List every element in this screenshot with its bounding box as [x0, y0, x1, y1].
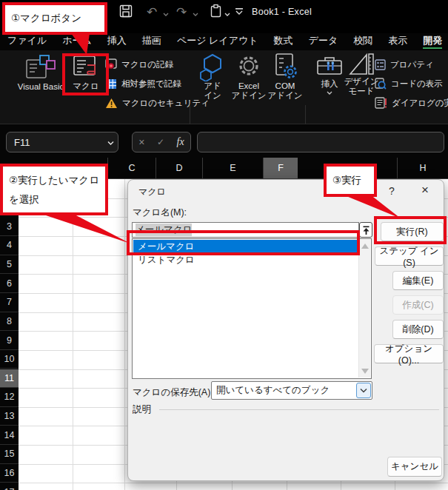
row-header-4[interactable]: 4 — [0, 236, 19, 255]
step-into-button[interactable]: ステップ イン(S) — [375, 246, 444, 266]
row-header-13[interactable]: 13 — [0, 407, 19, 426]
row-header-6[interactable]: 6 — [0, 274, 19, 293]
options-button[interactable]: オプション(O)... — [374, 344, 444, 363]
row-header-17[interactable]: 17 — [0, 483, 19, 490]
row-header-14[interactable]: 14 — [0, 426, 19, 445]
insert-chevron-icon — [327, 91, 332, 95]
addins-label-line2: イン — [204, 91, 221, 101]
description-divider — [159, 409, 439, 410]
tab-developer[interactable]: 開発 — [423, 33, 442, 49]
scroll-up-icon[interactable] — [361, 244, 369, 249]
macro-list-scrollbar[interactable] — [358, 240, 370, 377]
tab-insert[interactable]: 挿入 — [107, 33, 127, 47]
annotation-step2-line1: ②実行したいマクロ — [9, 171, 105, 190]
relative-references-button[interactable]: 相対参照で記録 — [105, 77, 181, 90]
insert-control-label: 挿入 — [321, 79, 338, 89]
properties-button[interactable]: プロパティ — [375, 58, 434, 71]
row-header-7[interactable]: 7 — [0, 293, 19, 312]
row-header-11[interactable]: 11 — [0, 369, 19, 389]
cancel-button[interactable]: キャンセル — [387, 457, 442, 477]
macros-in-combobox[interactable]: 開いているすべてのブック — [211, 381, 372, 400]
name-box-value: F11 — [14, 137, 30, 148]
redo-chevron-icon[interactable] — [193, 13, 198, 17]
paste-chevron-icon[interactable] — [224, 13, 230, 17]
visual-basic-icon — [24, 53, 58, 81]
tab-home[interactable]: ホーム — [62, 33, 92, 47]
macro-list[interactable]: メールマクロ リストマクロ — [132, 238, 372, 379]
row-header-5[interactable]: 5 — [0, 255, 19, 275]
row-header-9[interactable]: 9 — [0, 331, 19, 350]
dialog-close-button[interactable]: × — [421, 183, 429, 198]
excel-addins-button[interactable]: Excel アドイン — [230, 52, 267, 100]
addins-icon — [198, 52, 227, 81]
visual-basic-label: Visual Basic — [18, 82, 64, 92]
properties-icon — [375, 59, 386, 70]
formula-bar: F11 × ✓ fx — [0, 124, 448, 158]
name-box[interactable]: F11 — [6, 132, 118, 152]
tab-file[interactable]: ファイル — [7, 33, 47, 47]
column-header-H[interactable]: H — [397, 158, 448, 178]
addins-label-line1: アド — [204, 81, 221, 91]
com-addins-label-line2: アドイン — [267, 91, 302, 101]
insert-function-icon[interactable]: fx — [177, 136, 184, 148]
insert-control-button[interactable]: 挿入 — [312, 53, 347, 95]
properties-label: プロパティ — [390, 59, 434, 70]
tab-data[interactable]: データ — [309, 33, 338, 47]
run-dialog-label: ダイアログの実行 — [392, 98, 448, 109]
push-up-icon — [363, 226, 370, 235]
run-button-highlight — [374, 216, 447, 244]
column-header-F[interactable]: F — [263, 158, 298, 178]
row-header-10[interactable]: 10 — [0, 350, 19, 369]
row-header-8[interactable]: 8 — [0, 312, 19, 332]
record-macro-button[interactable]: マクロの記録 — [105, 58, 173, 71]
tab-draw[interactable]: 描画 — [142, 33, 161, 47]
row-header-16[interactable]: 16 — [0, 464, 19, 483]
design-mode-label-line2: モード — [348, 87, 374, 96]
view-code-button[interactable]: コードの表示 — [375, 77, 443, 90]
run-dialog-button[interactable]: ダイアログの実行 — [375, 96, 448, 110]
combo-chevron-button[interactable] — [356, 383, 371, 398]
formula-input[interactable] — [197, 132, 444, 152]
column-header-E[interactable]: E — [202, 158, 263, 178]
undo-chevron-icon[interactable] — [163, 13, 169, 17]
excel-addins-label-line1: Excel — [238, 81, 259, 91]
record-macro-label: マクロの記録 — [121, 59, 173, 70]
row-header-3[interactable]: 3 — [0, 217, 19, 236]
cancel-icon[interactable]: × — [138, 136, 144, 148]
macros-in-value: 開いているすべてのブック — [216, 384, 330, 397]
addins-button[interactable]: アド イン — [194, 52, 231, 100]
delete-button[interactable]: 削除(D) — [392, 320, 444, 339]
enter-icon[interactable]: ✓ — [157, 137, 164, 147]
annotation-step1-label: ①マクロボタン — [11, 13, 81, 24]
save-icon[interactable] — [118, 4, 133, 19]
tab-formulas[interactable]: 数式 — [274, 33, 293, 47]
undo-icon: ↶ — [147, 6, 157, 19]
column-header-D[interactable]: D — [156, 158, 202, 178]
edit-button[interactable]: 編集(E) — [392, 271, 444, 290]
push-up-button[interactable] — [359, 222, 372, 238]
row-header-12[interactable]: 12 — [0, 388, 19, 407]
macro-list-item-highlight — [127, 230, 360, 255]
create-button: 作成(C) — [392, 295, 444, 315]
scroll-down-icon[interactable] — [361, 369, 369, 374]
tab-page-layout[interactable]: ページ レイアウト — [177, 33, 258, 47]
paste-icon[interactable] — [210, 4, 223, 19]
excel-addins-label-line2: アドイン — [231, 91, 266, 101]
gear-icon — [235, 52, 263, 81]
customize-quick-access-icon[interactable] — [235, 8, 243, 16]
macros-in-label: マクロの保存先(A): — [133, 386, 213, 399]
com-addins-button[interactable]: COM アドイン — [267, 52, 304, 100]
gridline — [73, 179, 73, 490]
dialog-help-button[interactable]: ? — [389, 185, 395, 197]
description-label: 説明 — [133, 403, 151, 416]
name-box-chevron-icon[interactable] — [107, 141, 114, 146]
tab-review[interactable]: 校閲 — [353, 33, 372, 47]
macro-button-highlight — [62, 53, 109, 95]
ribbon-tab-bar: ファイルホーム挿入描画ページ レイアウト数式データ校閲表示開発ヘルプ — [0, 33, 448, 50]
macro-list-item[interactable]: リストマクロ — [133, 254, 358, 266]
column-header-C[interactable]: C — [107, 158, 156, 178]
row-header-15[interactable]: 15 — [0, 445, 19, 464]
design-mode-button[interactable]: デザイン モード — [344, 52, 379, 95]
tab-view[interactable]: 表示 — [388, 33, 407, 47]
annotation-step3: ③実行 — [324, 164, 377, 197]
